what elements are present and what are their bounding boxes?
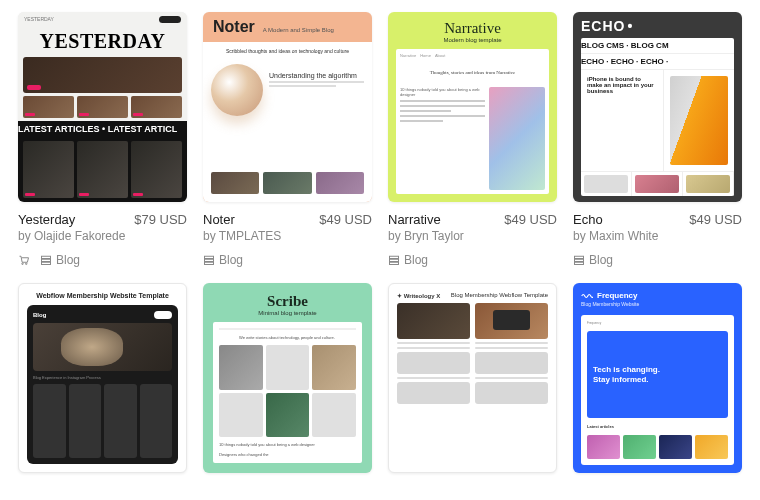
svg-rect-2	[42, 256, 51, 258]
svg-rect-12	[575, 259, 584, 261]
thumb-label: Latest articles	[587, 424, 728, 429]
svg-rect-9	[390, 259, 399, 261]
template-author: by Bryn Taylor	[388, 229, 557, 243]
template-card-noter[interactable]: NoterA Modern and Simple Blog Scribbled …	[203, 12, 372, 267]
thumb-list-heading: 10 things nobody told you about being a …	[400, 87, 485, 97]
thumb-blog-label: Blog	[33, 312, 46, 318]
svg-point-0	[22, 263, 24, 265]
thumb-brand: Noter	[213, 18, 255, 36]
tag-label: Blog	[219, 253, 243, 267]
thumb-marquee: BLOG CMS · BLOG CM	[581, 38, 734, 54]
thumb-tagline: A Modern and Simple Blog	[263, 27, 334, 33]
template-title: Echo	[573, 212, 603, 227]
thumb-text: We write stories about technology, peopl…	[219, 335, 356, 340]
svg-rect-5	[205, 256, 214, 258]
cart-icon[interactable]	[18, 254, 30, 266]
thumb-tagline: Blog Membership Webflow Template	[451, 292, 548, 299]
template-grid: YESTERDAY YESTERDAY LATEST ARTICLES • LA…	[18, 12, 742, 473]
thumb-brand: Scribe	[267, 293, 308, 310]
template-author: by Olajide Fakorede	[18, 229, 187, 243]
template-price: $79 USD	[134, 212, 187, 227]
thumbnail: Webflow Membership Website Template Blog…	[18, 283, 187, 473]
template-author: by TMPLATES	[203, 229, 372, 243]
svg-rect-13	[575, 262, 584, 264]
thumb-caption: Blog Experience in Instagram Process	[33, 375, 172, 380]
thumbnail: ECHO BLOG CMS · BLOG CM ECHO · ECHO · EC…	[573, 12, 742, 202]
template-card-scribe[interactable]: Scribe Minimal blog template We write st…	[203, 283, 372, 473]
thumb-text: 10 things nobody told you about being a …	[219, 442, 356, 447]
cms-icon: Blog	[40, 253, 80, 267]
template-title: Narrative	[388, 212, 441, 227]
thumb-brand-small: YESTERDAY	[24, 16, 54, 23]
thumbnail: NoterA Modern and Simple Blog Scribbled …	[203, 12, 372, 202]
thumbnail: Narrative Modern blog template Narrative…	[388, 12, 557, 202]
thumb-tagline: Minimal blog template	[258, 310, 316, 316]
template-title: Noter	[203, 212, 235, 227]
thumb-center-text: Thoughts, stories and ideas from Narrati…	[400, 66, 545, 79]
thumb-marquee: LATEST ARTICLES • LATEST ARTICL	[18, 121, 187, 137]
cms-icon: Blog	[203, 253, 243, 267]
svg-point-1	[26, 263, 28, 265]
svg-rect-8	[390, 256, 399, 258]
svg-rect-3	[42, 259, 51, 261]
template-card-frequency[interactable]: Frequency Blog Membership Website Freque…	[573, 283, 742, 473]
thumb-hero-line: Tech is changing.	[593, 365, 722, 375]
svg-rect-7	[205, 262, 214, 264]
template-price: $49 USD	[689, 212, 742, 227]
svg-rect-6	[205, 259, 214, 261]
template-author: by Maxim White	[573, 229, 742, 243]
thumb-headline: YESTERDAY	[18, 27, 187, 57]
thumb-hero-line: Stay informed.	[593, 375, 722, 385]
cms-icon: Blog	[388, 253, 428, 267]
tag-label: Blog	[589, 253, 613, 267]
tag-label: Blog	[404, 253, 428, 267]
thumbnail: Scribe Minimal blog template We write st…	[203, 283, 372, 473]
thumb-heading: Webflow Membership Website Template	[27, 292, 178, 299]
template-card-writeology[interactable]: ✦ Writeology XBlog Membership Webflow Te…	[388, 283, 557, 473]
template-price: $49 USD	[319, 212, 372, 227]
thumb-article-title: Understanding the algorithm	[269, 72, 364, 79]
template-card-echo[interactable]: ECHO BLOG CMS · BLOG CM ECHO · ECHO · EC…	[573, 12, 742, 267]
tag-label: Blog	[56, 253, 80, 267]
thumb-caption: Scribbled thoughts and ideas on technolo…	[203, 42, 372, 60]
thumb-hero-heading: iPhone is bound to make an impact in you…	[587, 76, 657, 94]
template-card-yesterday[interactable]: YESTERDAY YESTERDAY LATEST ARTICLES • LA…	[18, 12, 187, 267]
svg-rect-10	[390, 262, 399, 264]
thumb-tagline: Modern blog template	[443, 37, 501, 43]
thumb-brand: ECHO	[581, 18, 734, 34]
thumbnail: ✦ Writeology XBlog Membership Webflow Te…	[388, 283, 557, 473]
thumbnail: YESTERDAY YESTERDAY LATEST ARTICLES • LA…	[18, 12, 187, 202]
thumb-marquee: ECHO · ECHO · ECHO ·	[581, 54, 734, 70]
template-price: $49 USD	[504, 212, 557, 227]
thumb-text: Designers who changed the	[219, 452, 356, 457]
svg-rect-4	[42, 262, 51, 264]
template-title: Yesterday	[18, 212, 75, 227]
thumbnail: Frequency Blog Membership Website Freque…	[573, 283, 742, 473]
thumb-brand: Frequency	[597, 291, 637, 300]
svg-rect-11	[575, 256, 584, 258]
thumb-sub: Blog Membership Website	[581, 301, 734, 307]
template-card-narrative[interactable]: Narrative Modern blog template Narrative…	[388, 12, 557, 267]
thumb-brand: ✦ Writeology X	[397, 292, 440, 299]
thumb-brand: Narrative	[444, 20, 501, 37]
template-card-membership[interactable]: Webflow Membership Website Template Blog…	[18, 283, 187, 473]
cms-icon: Blog	[573, 253, 613, 267]
